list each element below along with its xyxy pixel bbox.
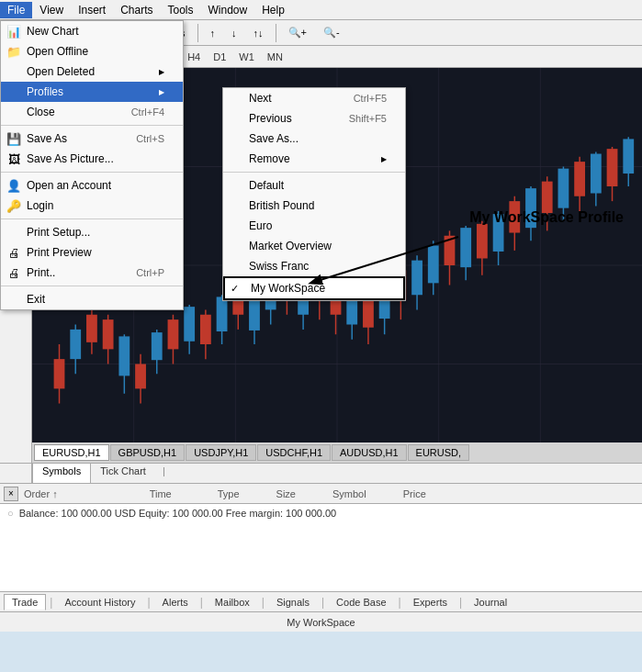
next-icon [227, 91, 245, 106]
workspace-label: My WorkSpace [251, 282, 325, 295]
profiles-default[interactable]: Default [223, 175, 405, 196]
col-time: Time [150, 488, 172, 499]
chart-tab-gbpusd-h1[interactable]: GBPUSD,H1 [110, 444, 186, 461]
profiles-british-pound[interactable]: British Pound [223, 196, 405, 216]
next-shortcut: Ctrl+F5 [354, 93, 387, 104]
menu-save-as[interactable]: 💾 Save As Ctrl+S [1, 129, 183, 149]
period-w1[interactable]: W1 [233, 50, 260, 64]
svg-rect-70 [542, 182, 553, 213]
exit-label: Exit [27, 293, 45, 306]
zoom-in-button[interactable]: 🔍+ [282, 24, 313, 41]
profiles-icon [5, 84, 23, 99]
prev-icon [227, 111, 245, 126]
svg-rect-60 [460, 228, 471, 267]
profiles-swiss-franc[interactable]: Swiss Franc [223, 256, 405, 276]
menu-open-account[interactable]: 👤 Open an Account [1, 175, 183, 196]
menu-view[interactable]: View [32, 2, 71, 18]
menu-print-setup[interactable]: Print Setup... [1, 222, 183, 242]
new-chart-icon: 📊 [5, 24, 23, 39]
tab-mailbox[interactable]: Mailbox [207, 594, 258, 610]
period-mn[interactable]: MN [262, 50, 288, 64]
symbols-tab[interactable]: Symbols [32, 464, 91, 483]
open-offline-label: Open Offline [27, 45, 88, 58]
open-deleted-icon [5, 64, 23, 79]
menu-exit[interactable]: Exit [1, 289, 183, 309]
save-as-label: Save As [27, 132, 67, 145]
chart-tab-audusd-h1[interactable]: AUDUSD,H1 [332, 444, 407, 461]
menu-window[interactable]: Window [201, 2, 255, 18]
balance-text: Balance: 100 000.00 USD Equity: 100 000.… [19, 508, 337, 519]
menu-open-deleted[interactable]: Open Deleted ▶ [1, 62, 183, 82]
sep4 [1, 286, 183, 286]
menu-insert[interactable]: Insert [71, 2, 113, 18]
toolbar-btn3[interactable]: ↑↓ [247, 25, 270, 41]
terminal-close-button[interactable]: × [4, 487, 18, 501]
profiles-save-as[interactable]: Save As... [223, 129, 405, 149]
profile-save-label: Save As... [249, 132, 298, 145]
svg-rect-76 [591, 154, 602, 194]
tab-trade[interactable]: Trade [4, 594, 46, 610]
close-shortcut: Ctrl+F4 [131, 106, 164, 118]
open-deleted-label: Open Deleted [27, 65, 95, 78]
tab-experts[interactable]: Experts [405, 594, 456, 610]
menu-profiles[interactable]: Profiles ▶ [1, 82, 183, 102]
menu-close[interactable]: Close Ctrl+F4 [1, 102, 183, 122]
tab-account-history[interactable]: Account History [56, 594, 143, 610]
profiles-previous[interactable]: Previous Shift+F5 [223, 108, 405, 129]
period-d1[interactable]: D1 [208, 50, 231, 64]
euro-label: Euro [249, 219, 272, 232]
menu-tools[interactable]: Tools [161, 2, 201, 18]
profiles-submenu[interactable]: Next Ctrl+F5 Previous Shift+F5 Save As..… [222, 87, 406, 301]
menu-help[interactable]: Help [254, 2, 292, 18]
col-size: Size [276, 488, 296, 499]
close-label: Close [27, 106, 55, 118]
open-deleted-arrow: ▶ [159, 68, 164, 76]
profile-sep [223, 172, 405, 173]
chart-tab-usdchf-h1[interactable]: USDCHF,H1 [257, 444, 331, 461]
profiles-next[interactable]: Next Ctrl+F5 [223, 88, 405, 108]
period-h4[interactable]: H4 [182, 50, 206, 64]
tick-chart-tab[interactable]: Tick Chart [91, 464, 155, 483]
profiles-euro[interactable]: Euro [223, 216, 405, 236]
account-icon: 👤 [5, 178, 23, 193]
balance-dot: ○ [7, 508, 14, 519]
print-preview-label: Print Preview [27, 246, 92, 259]
toolbar-btn1[interactable]: ↑ [204, 25, 222, 41]
menu-open-offline[interactable]: 📁 Open Offline [1, 41, 183, 62]
menu-file[interactable]: File [0, 2, 32, 18]
file-menu[interactable]: 📊 New Chart 📁 Open Offline Open Deleted … [0, 20, 184, 310]
print-setup-icon [5, 225, 23, 240]
zoom-out-button[interactable]: 🔍- [317, 24, 346, 41]
svg-rect-24 [168, 319, 179, 349]
balance-row: ○ Balance: 100 000.00 USD Equity: 100 00… [7, 508, 635, 519]
menu-new-chart[interactable]: 📊 New Chart [1, 21, 183, 41]
account-label: Open an Account [27, 179, 111, 192]
menu-save-as-picture[interactable]: 🖼 Save As Picture... [1, 149, 183, 169]
svg-rect-48 [363, 300, 374, 328]
profile-save-icon [227, 131, 245, 146]
print-shortcut: Ctrl+P [136, 267, 164, 278]
svg-rect-22 [152, 332, 163, 360]
terminal-columns: Order ↑ Time Type Size Symbol Price [24, 488, 638, 499]
tab-codebase[interactable]: Code Base [328, 594, 394, 610]
british-label: British Pound [249, 199, 314, 212]
profiles-remove[interactable]: Remove ▶ [223, 149, 405, 169]
menu-charts[interactable]: Charts [113, 2, 160, 18]
chart-tab-eurusd2[interactable]: EURUSD, [408, 444, 470, 461]
menu-print-preview[interactable]: 🖨 Print Preview [1, 242, 183, 263]
chart-tab-eurusd-h1[interactable]: EURUSD,H1 [34, 444, 109, 461]
terminal-content: ○ Balance: 100 000.00 USD Equity: 100 00… [0, 504, 642, 591]
col-symbol: Symbol [332, 488, 366, 499]
toolbar-btn2[interactable]: ↓ [225, 25, 243, 41]
svg-rect-12 [70, 330, 81, 359]
svg-rect-80 [623, 139, 634, 174]
profiles-market-overview[interactable]: Market Overview [223, 236, 405, 256]
tab-signals[interactable]: Signals [268, 594, 318, 610]
print-preview-icon: 🖨 [5, 245, 23, 260]
menu-print[interactable]: 🖨 Print.. Ctrl+P [1, 263, 183, 283]
tab-alerts[interactable]: Alerts [154, 594, 197, 610]
menu-login[interactable]: 🔑 Login [1, 196, 183, 216]
profiles-my-workspace[interactable]: My WorkSpace [223, 276, 405, 300]
tab-journal[interactable]: Journal [466, 594, 515, 610]
chart-tab-usdjpy-h1[interactable]: USDJPY,H1 [186, 444, 256, 461]
